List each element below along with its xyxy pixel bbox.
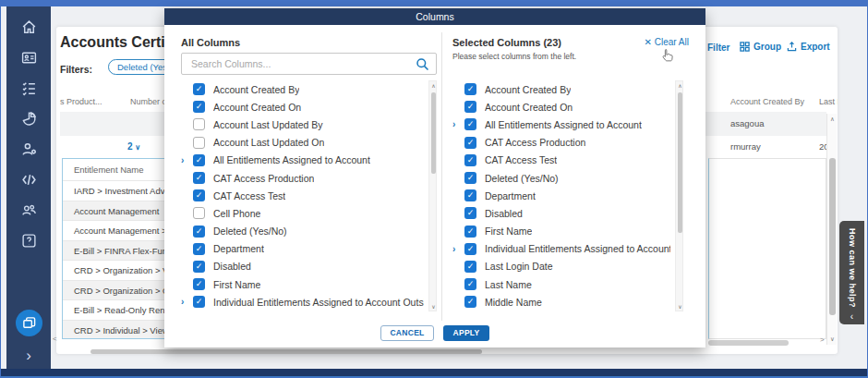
- export-button[interactable]: Export: [787, 42, 830, 52]
- column-item[interactable]: Account Last Updated On: [181, 134, 424, 152]
- scrollbar-thumb[interactable]: [431, 92, 436, 174]
- checkbox[interactable]: ✓: [193, 101, 205, 113]
- checkbox[interactable]: [193, 118, 205, 130]
- column-item[interactable]: ✓Account Created On: [452, 98, 670, 116]
- column-item[interactable]: ✓Account Created On: [181, 98, 424, 116]
- column-item[interactable]: ✓Last Name: [452, 275, 670, 293]
- all-columns-heading: All Columns: [181, 37, 240, 48]
- column-item[interactable]: ✓Department: [452, 187, 670, 204]
- user-settings-icon[interactable]: [19, 140, 38, 158]
- horizontal-scrollbar-thumb[interactable]: [90, 349, 482, 354]
- column-item[interactable]: ›✓Individual Entitlements Assigned to Ac…: [181, 293, 424, 311]
- column-item[interactable]: ✓CAT Access Test: [181, 187, 424, 204]
- help-tab[interactable]: How can we help? ‹: [839, 221, 864, 324]
- checkbox[interactable]: ✓: [464, 137, 476, 149]
- sidebar-expand-icon[interactable]: ›: [6, 347, 51, 365]
- team-icon[interactable]: [19, 201, 38, 219]
- scrollbar-thumb[interactable]: [829, 158, 836, 315]
- checkbox[interactable]: ✓: [464, 83, 476, 95]
- code-icon[interactable]: [19, 170, 38, 189]
- checkbox[interactable]: [193, 137, 205, 149]
- group-icon: [740, 42, 750, 52]
- cancel-button[interactable]: CANCEL: [380, 325, 434, 341]
- checkbox[interactable]: ✓: [464, 261, 476, 273]
- row-count-expander[interactable]: 2 ∨: [127, 141, 140, 152]
- modal-title[interactable]: Columns: [164, 8, 705, 25]
- checkbox[interactable]: [193, 207, 205, 219]
- column-item[interactable]: ✓CAT Access Test: [452, 152, 670, 169]
- expand-chevron-icon[interactable]: ›: [181, 297, 193, 307]
- scroll-right-icon[interactable]: >: [820, 335, 825, 344]
- column-item[interactable]: Account Last Updated By: [181, 116, 424, 133]
- list-scrollbar[interactable]: [675, 80, 683, 311]
- column-item[interactable]: ✓First Name: [452, 223, 670, 240]
- scrollbar-thumb[interactable]: [678, 92, 682, 233]
- scroll-down-icon[interactable]: [676, 303, 683, 310]
- checkbox[interactable]: ✓: [464, 243, 476, 255]
- column-item[interactable]: ✓First Name: [181, 275, 424, 293]
- expand-chevron-icon[interactable]: ›: [452, 119, 464, 129]
- windows-fab-button[interactable]: [16, 310, 42, 336]
- help-icon[interactable]: [19, 231, 38, 250]
- column-item[interactable]: ✓Disabled: [452, 204, 670, 222]
- column-item[interactable]: ›✓All Entitlements Assigned to Account: [181, 152, 424, 169]
- checkbox[interactable]: ✓: [464, 118, 476, 130]
- pie-chart-icon[interactable]: [19, 109, 38, 128]
- column-header[interactable]: Last Login Date: [819, 97, 838, 106]
- checkbox[interactable]: ✓: [464, 172, 476, 184]
- column-header[interactable]: s Product...: [60, 97, 102, 106]
- scroll-down-icon[interactable]: ∨: [827, 335, 838, 343]
- checkbox[interactable]: ✓: [464, 101, 476, 113]
- checkbox[interactable]: ✓: [193, 172, 205, 184]
- column-item[interactable]: ✓Department: [181, 240, 424, 258]
- checkbox[interactable]: ✓: [193, 278, 205, 290]
- checkbox[interactable]: ✓: [464, 154, 476, 166]
- checkbox[interactable]: ✓: [193, 243, 205, 255]
- expand-chevron-icon[interactable]: ›: [452, 244, 464, 254]
- tasks-icon[interactable]: [19, 79, 38, 97]
- expand-chevron-icon[interactable]: ›: [181, 155, 193, 165]
- horizontal-scrollbar-thumb[interactable]: [708, 340, 789, 346]
- column-item[interactable]: ✓Last Login Date: [452, 258, 670, 275]
- checkbox[interactable]: ✓: [193, 261, 205, 273]
- scroll-left-icon[interactable]: <: [53, 335, 57, 343]
- checkbox[interactable]: ✓: [464, 207, 476, 219]
- column-item[interactable]: ✓CAT Access Production: [452, 134, 670, 152]
- apply-button[interactable]: APPLY: [443, 325, 489, 341]
- search-icon[interactable]: [416, 57, 429, 71]
- scroll-up-icon[interactable]: ∧: [827, 116, 838, 123]
- id-card-icon[interactable]: [19, 48, 38, 67]
- scroll-up-icon[interactable]: [676, 82, 683, 89]
- column-item[interactable]: ✓Disabled: [181, 258, 424, 275]
- scroll-up-icon[interactable]: [429, 82, 437, 89]
- checkbox[interactable]: ✓: [193, 83, 205, 95]
- checkbox[interactable]: ✓: [193, 296, 205, 308]
- column-header[interactable]: Account Created By: [730, 97, 804, 106]
- search-input[interactable]: [189, 55, 406, 73]
- checkbox[interactable]: ✓: [464, 226, 476, 238]
- column-item[interactable]: ✓Account Created By: [181, 80, 424, 98]
- column-item[interactable]: ✓CAT Access Production: [181, 169, 424, 187]
- column-item[interactable]: ›✓All Entitlements Assigned to Account: [452, 116, 670, 133]
- column-item[interactable]: ✓Deleted (Yes/No): [452, 169, 670, 187]
- group-button[interactable]: Group: [740, 42, 781, 52]
- checkbox[interactable]: ✓: [464, 189, 476, 201]
- column-item[interactable]: ✓Account Created By: [452, 80, 670, 98]
- checkbox[interactable]: ✓: [193, 154, 205, 166]
- checkbox[interactable]: ✓: [193, 226, 205, 238]
- column-item[interactable]: ›✓Individual Entitlements Assigned to Ac…: [452, 240, 670, 258]
- column-item[interactable]: ✓Middle Name: [452, 293, 670, 311]
- scroll-down-icon[interactable]: [429, 303, 437, 310]
- checkbox[interactable]: ✓: [464, 296, 476, 308]
- export-label: Export: [801, 42, 830, 52]
- column-item[interactable]: Cell Phone: [181, 204, 424, 222]
- vertical-scrollbar[interactable]: ∧ ∨: [826, 114, 837, 345]
- checkbox[interactable]: ✓: [464, 278, 476, 290]
- home-icon[interactable]: [19, 18, 38, 36]
- clear-all-x-icon: ✕: [645, 37, 652, 47]
- list-scrollbar[interactable]: [428, 80, 437, 311]
- checkbox[interactable]: ✓: [193, 189, 205, 201]
- column-item[interactable]: ✓Deleted (Yes/No): [181, 223, 424, 240]
- column-label: Account Created On: [213, 102, 301, 113]
- filter-button[interactable]: Filter: [707, 43, 729, 53]
